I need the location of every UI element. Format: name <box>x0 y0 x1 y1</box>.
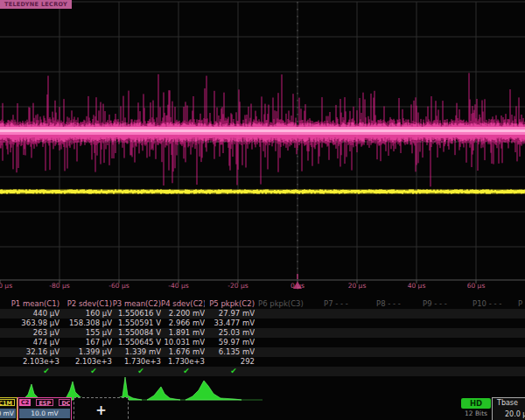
measure-value-r3-p3: 1.550645 V <box>112 338 161 347</box>
measure-status-row: ✔✔✔✔✔ <box>0 367 525 376</box>
measure-value-r3-p5: 59.97 mV <box>205 338 255 347</box>
time-axis-tick-label: 0 µs <box>290 282 304 290</box>
timebase-scale-value: 20.0 µs <box>505 410 525 418</box>
param-header-p2[interactable]: P2 sdev(C1) <box>60 299 112 309</box>
measure-stats-row: 363.98 µV158.308 µV1.550591 V2.966 mV33.… <box>0 318 525 328</box>
measure-value-r1-p1: 363.98 µV <box>0 318 60 328</box>
measure-stats-row: 474 µV167 µV1.550645 V10.031 mV59.97 mV <box>0 338 525 347</box>
time-axis-tick-label: -60 µs <box>108 282 129 290</box>
measure-value-r5-p2: 2.103e+3 <box>60 357 112 367</box>
c2-coupling-chip: DC1M <box>59 399 70 406</box>
measure-value-r1-p2: 158.308 µV <box>60 318 112 328</box>
measure-stats-row: 2.103e+32.103e+31.730e+31.730e+3292 <box>0 357 525 367</box>
param-header-inactive-p6[interactable]: P6 pkpk(C3) <box>258 299 304 309</box>
c2-scale-value: 10.0 mV <box>19 409 70 418</box>
measure-value-r2-p4: 1.891 mV <box>161 328 205 338</box>
measure-value-r4-p3: 1.339 mV <box>112 347 161 357</box>
measure-value-r5-p1: 2.103e+3 <box>0 357 60 367</box>
measure-value-r3-p2: 167 µV <box>60 338 112 347</box>
measure-stats-row: 440 µV160 µV1.550616 V2.200 mV27.97 mV <box>0 309 525 318</box>
param-header-inactive-p11[interactable]: P <box>518 299 522 309</box>
status-check-icon-p2: ✔ <box>88 367 100 376</box>
c1-coupling-chip: DC1M <box>0 399 15 406</box>
plus-icon: + <box>74 400 128 420</box>
timebase-descriptor[interactable]: Tbase 20.0 µs <box>492 397 525 420</box>
channel-c1-descriptor[interactable]: DC1M 10.0 mV <box>0 397 18 420</box>
hd-bits-label: 12 Bits <box>458 410 494 417</box>
measure-value-r1-p3: 1.550591 V <box>112 318 161 328</box>
measure-value-r0-p1: 440 µV <box>0 309 60 318</box>
time-axis-labels: -100 µs-80 µs-60 µs-40 µs-20 µs0 µs20 µs… <box>0 282 525 292</box>
time-axis-tick-label: -100 µs <box>0 282 12 290</box>
c2-hot-center <box>0 130 525 132</box>
measure-value-r5-p5: 292 <box>205 357 255 367</box>
measure-value-r4-p5: 6.135 mV <box>205 347 255 357</box>
measure-stats-row: 263 µV155 µV1.550084 V1.891 mV25.03 mV <box>0 328 525 338</box>
hd-mode-badge[interactable]: HD <box>461 398 491 409</box>
measure-value-r2-p1: 263 µV <box>0 328 60 338</box>
c2-channel-chip: C2 <box>19 399 31 406</box>
c2-chip-row: C2 ESP DC1M <box>19 399 70 408</box>
status-check-icon-p1: ✔ <box>40 367 52 376</box>
histicon-p5[interactable] <box>186 381 242 400</box>
time-axis-tick-label: -20 µs <box>228 282 248 290</box>
measure-value-r2-p5: 25.03 mV <box>205 328 255 338</box>
param-header-p3[interactable]: P3 mean(C2) <box>112 299 161 309</box>
channel-c2-descriptor[interactable]: C2 ESP DC1M 10.0 mV <box>18 397 72 420</box>
measure-value-r4-p4: 1.676 mV <box>161 347 205 357</box>
measure-value-r4-p2: 1.399 µV <box>60 347 112 357</box>
measure-value-r1-p5: 33.477 mV <box>205 318 255 328</box>
measurement-table: P1 mean(C1)P2 sdev(C1)P3 mean(C2)P4 sdev… <box>0 299 525 376</box>
status-check-icon-p3: ✔ <box>135 367 147 376</box>
measure-value-r0-p3: 1.550616 V <box>112 309 161 318</box>
param-header-inactive-p7[interactable]: P7 - - - <box>324 299 348 309</box>
measure-value-r5-p4: 1.730e+3 <box>161 357 205 367</box>
measure-value-r3-p4: 10.031 mV <box>161 338 205 347</box>
timebase-label: Tbase <box>497 399 518 407</box>
status-check-icon-p4: ✔ <box>180 367 192 376</box>
param-header-p1[interactable]: P1 mean(C1) <box>0 299 60 309</box>
time-axis-tick-label: 60 µs <box>467 282 486 290</box>
measure-value-r0-p4: 2.200 mV <box>161 309 205 318</box>
measure-value-r4-p1: 32.16 µV <box>0 347 60 357</box>
measure-value-r1-p4: 2.966 mV <box>161 318 205 328</box>
c1-scale-value: 10.0 mV <box>0 409 16 418</box>
brand-badge: TELEDYNE LECROY <box>0 0 72 9</box>
measure-header-row: P1 mean(C1)P2 sdev(C1)P3 mean(C2)P4 sdev… <box>0 299 525 309</box>
status-check-icon-p5: ✔ <box>228 367 240 376</box>
measure-value-r2-p3: 1.550084 V <box>112 328 161 338</box>
param-header-inactive-p9[interactable]: P9 - - - <box>423 299 447 309</box>
measure-value-r2-p2: 155 µV <box>60 328 112 338</box>
param-header-inactive-p10[interactable]: P10 - - - <box>472 299 501 309</box>
param-header-p4[interactable]: P4 sdev(C2) <box>161 299 205 309</box>
measure-value-r5-p3: 1.730e+3 <box>112 357 161 367</box>
time-axis-tick-label: -80 µs <box>49 282 69 290</box>
time-axis-tick-label: 20 µs <box>348 282 367 290</box>
time-axis-tick-label: 40 µs <box>408 282 426 290</box>
measure-value-r3-p1: 474 µV <box>0 338 60 347</box>
add-trace-button[interactable]: + <box>74 397 129 420</box>
time-axis-tick-label: -40 µs <box>168 282 188 290</box>
param-header-p5[interactable]: P5 pkpk(C2) <box>205 299 255 309</box>
c1-chip-row: DC1M <box>0 399 16 408</box>
oscilloscope-screen: TELEDYNE LECROY -100 µs-80 µs-60 µs-40 µ… <box>0 0 525 420</box>
histicon-p4[interactable] <box>147 387 180 400</box>
measure-stats-row: 32.16 µV1.399 µV1.339 mV1.676 mV6.135 mV <box>0 347 525 357</box>
param-header-inactive-p8[interactable]: P8 - - - <box>376 299 401 309</box>
measure-value-r0-p5: 27.97 mV <box>205 309 255 318</box>
measure-value-r0-p2: 160 µV <box>60 309 112 318</box>
c2-probe-chip: ESP <box>36 399 53 406</box>
